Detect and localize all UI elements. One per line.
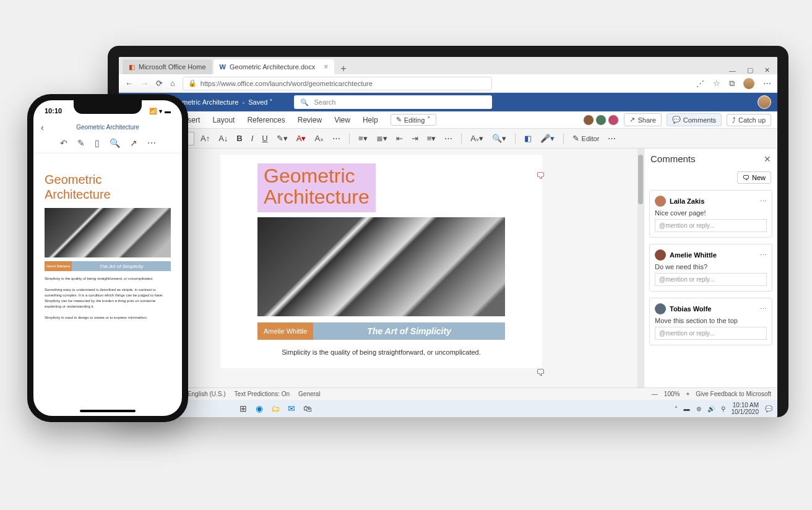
- comment-card[interactable]: Laila Zakis⋯ Nice cover page! @mention o…: [649, 190, 772, 238]
- browser-tab-office-home[interactable]: ◧ Microsoft Office Home: [123, 59, 212, 74]
- status-general[interactable]: General: [298, 391, 321, 397]
- comment-marker-icon[interactable]: 🗨: [536, 171, 545, 181]
- tab-help[interactable]: Help: [363, 113, 378, 127]
- ribbon-overflow-icon[interactable]: ⋯: [605, 132, 618, 144]
- new-comment-button[interactable]: 🗨 New: [737, 171, 771, 184]
- edge-icon[interactable]: ◉: [252, 401, 267, 416]
- close-window-icon[interactable]: ✕: [764, 66, 770, 74]
- tab-layout[interactable]: Layout: [212, 113, 235, 127]
- mobile-view-icon[interactable]: ▯: [95, 138, 100, 148]
- search-icon[interactable]: 🔍: [110, 138, 120, 148]
- home-indicator[interactable]: [80, 410, 136, 412]
- collections-icon[interactable]: ⧉: [729, 79, 735, 89]
- document-name[interactable]: Geometric Architecture - Saved ˅: [169, 98, 273, 106]
- increase-indent-icon[interactable]: ⇥: [409, 132, 421, 144]
- clear-format-icon[interactable]: Aₓ: [312, 132, 326, 144]
- tab-view[interactable]: View: [334, 113, 350, 127]
- battery-icon[interactable]: ▬: [684, 405, 690, 412]
- more-para-icon[interactable]: ⋯: [442, 132, 455, 144]
- notifications-icon[interactable]: 💬: [765, 405, 772, 412]
- document-title[interactable]: Geometric Architecture: [257, 163, 376, 212]
- undo-icon[interactable]: ↶: [60, 138, 67, 148]
- comment-menu-icon[interactable]: ⋯: [760, 251, 767, 259]
- zoom-out-icon[interactable]: —: [652, 391, 658, 397]
- favorite-icon[interactable]: ☆: [713, 79, 720, 88]
- comment-marker-icon[interactable]: 🗨: [536, 368, 545, 378]
- font-color-icon[interactable]: A▾: [294, 132, 309, 144]
- task-view-icon[interactable]: ⊞: [236, 401, 251, 416]
- read-aloud-icon[interactable]: ⋰: [696, 79, 704, 88]
- refresh-icon[interactable]: ⟳: [156, 79, 163, 88]
- explorer-icon[interactable]: 🗂: [268, 401, 283, 416]
- forward-icon[interactable]: →: [140, 79, 149, 88]
- document-canvas[interactable]: Geometric Architecture Amelie Whittle Th…: [119, 149, 644, 387]
- url-text: https://www.office.com/launch/word/geome…: [201, 80, 373, 87]
- find-icon[interactable]: 🔍▾: [490, 132, 509, 144]
- maximize-icon[interactable]: ▢: [747, 66, 753, 74]
- new-tab-button[interactable]: +: [335, 63, 351, 74]
- catch-up-button[interactable]: ⤴ Catch up: [727, 114, 771, 126]
- comment-menu-icon[interactable]: ⋯: [760, 197, 767, 205]
- comment-reply-input[interactable]: @mention or reply...: [655, 273, 767, 286]
- store-icon[interactable]: 🛍: [300, 401, 315, 416]
- document-body-text[interactable]: Simplicity is the quality of being strai…: [257, 348, 505, 356]
- more-icon[interactable]: ⋯: [147, 138, 156, 148]
- back-icon[interactable]: ←: [125, 79, 133, 88]
- draw-icon[interactable]: ✎: [77, 138, 85, 148]
- url-input[interactable]: 🔒 https://www.office.com/launch/word/geo…: [183, 77, 492, 90]
- numbering-icon[interactable]: ≣▾: [374, 132, 390, 144]
- decrease-indent-icon[interactable]: ⇤: [394, 132, 405, 144]
- location-icon[interactable]: ⚲: [721, 405, 725, 412]
- close-comments-icon[interactable]: ✕: [764, 154, 771, 164]
- comment-reply-input[interactable]: @mention or reply...: [655, 219, 767, 232]
- more-font-icon[interactable]: ⋯: [330, 132, 343, 144]
- zoom-in-icon[interactable]: +: [686, 391, 689, 397]
- italic-icon[interactable]: I: [249, 132, 256, 144]
- phone-document[interactable]: GeometricArchitecture David Martens The …: [33, 153, 182, 416]
- volume-icon[interactable]: 🔊: [707, 405, 715, 412]
- tray-chevron-icon[interactable]: ˄: [675, 405, 678, 412]
- document-image[interactable]: [257, 217, 505, 316]
- zoom-level[interactable]: 100%: [664, 391, 680, 397]
- home-icon[interactable]: ⌂: [170, 79, 175, 88]
- feedback-link[interactable]: Give Feedback to Microsoft: [696, 391, 771, 397]
- vertical-scrollbar[interactable]: [637, 149, 644, 387]
- status-predictions[interactable]: Text Predictions: On: [235, 391, 290, 397]
- comments-button[interactable]: 💬 Comments: [667, 113, 722, 126]
- share-icon[interactable]: ↗: [130, 138, 137, 148]
- tab-review[interactable]: Review: [298, 113, 322, 127]
- highlight-icon[interactable]: ✎▾: [274, 132, 290, 144]
- mail-icon[interactable]: ✉: [284, 401, 299, 416]
- minimize-icon[interactable]: —: [729, 67, 736, 74]
- user-avatar[interactable]: [758, 95, 771, 109]
- editor-button[interactable]: ✎ Editor: [570, 132, 602, 144]
- phone-doc-title[interactable]: Geometric Architecture: [76, 124, 139, 131]
- browser-tab-document[interactable]: W Geometric Architecture.docx ×: [214, 59, 335, 74]
- comment-card[interactable]: Amelie Whittle⋯ Do we need this? @mentio…: [649, 244, 772, 292]
- underline-icon[interactable]: U: [259, 132, 270, 144]
- browser-profile-avatar[interactable]: [743, 78, 754, 89]
- bullets-icon[interactable]: ≡▾: [356, 132, 370, 144]
- styles-icon[interactable]: Aᵥ▾: [468, 132, 486, 144]
- align-icon[interactable]: ≡▾: [425, 132, 439, 144]
- close-tab-icon[interactable]: ×: [324, 63, 328, 71]
- share-button[interactable]: ↗ Share: [624, 113, 661, 126]
- dictate-icon[interactable]: 🎤▾: [538, 132, 557, 144]
- search-input[interactable]: 🔍 Search: [294, 95, 492, 109]
- browser-menu-icon[interactable]: ⋯: [763, 79, 771, 88]
- grow-font-icon[interactable]: A↑: [198, 132, 212, 144]
- editing-mode-dropdown[interactable]: ✎ Editing ˅: [391, 114, 437, 126]
- wifi-icon[interactable]: ⊚: [696, 405, 701, 412]
- comment-menu-icon[interactable]: ⋯: [760, 305, 767, 313]
- comment-card[interactable]: Tobias Wolfe⋯ Move this section to the t…: [649, 298, 772, 345]
- status-language[interactable]: English (U.S.): [188, 391, 226, 397]
- tab-references[interactable]: References: [247, 113, 285, 127]
- designer-icon[interactable]: ◧: [522, 132, 534, 144]
- tray-clock[interactable]: 10:10 AM 10/1/2020: [732, 402, 759, 415]
- shrink-font-icon[interactable]: A↓: [216, 132, 230, 144]
- laptop-frame: ◧ Microsoft Office Home W Geometric Arch…: [108, 46, 788, 417]
- bold-icon[interactable]: B: [234, 132, 244, 144]
- collaborator-avatars[interactable]: [583, 115, 619, 126]
- back-icon[interactable]: ‹: [41, 123, 44, 132]
- comment-reply-input[interactable]: @mention or reply...: [655, 327, 767, 340]
